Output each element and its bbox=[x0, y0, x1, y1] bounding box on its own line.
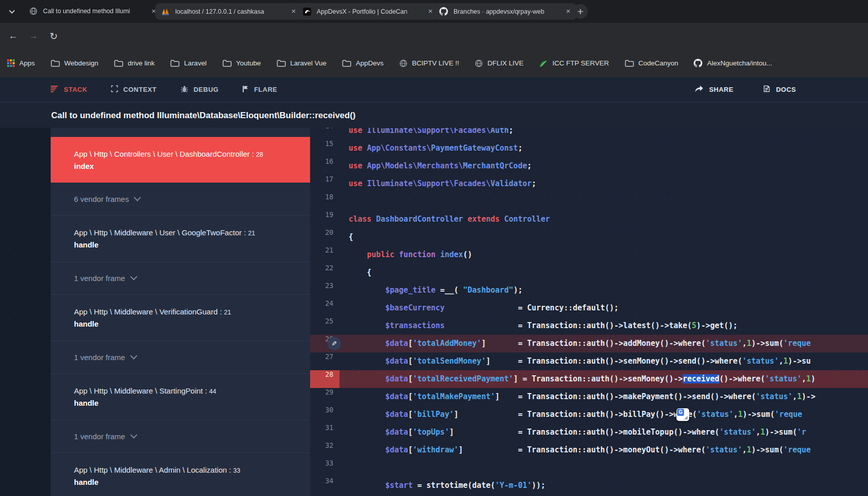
stack-frame[interactable]: App \ Http \ Controllers \ User \ Dashbo… bbox=[51, 137, 310, 183]
flag-icon bbox=[242, 85, 249, 94]
github-icon bbox=[439, 7, 448, 16]
ignition-error-page: STACKCONTEXTDEBUGFLARE SHAREDOCS Call to… bbox=[0, 77, 868, 496]
tab-title: Branches · appdevsx/qrpay-web bbox=[454, 8, 561, 15]
frame-location: App \ Http \ Controllers \ User \ Dashbo… bbox=[74, 149, 310, 160]
vendor-frames-toggle[interactable]: 1 vendor frame bbox=[51, 341, 310, 373]
translate-g-glyph: G bbox=[677, 409, 684, 416]
browser-tab[interactable]: AppDevsX - Portfolio | CodeCan× bbox=[296, 3, 439, 20]
line-number: 25 bbox=[310, 317, 339, 335]
code-editor-pane: 14use Illuminate\Support\Facades\Auth;15… bbox=[310, 128, 868, 496]
reload-button[interactable]: ↻ bbox=[45, 27, 63, 45]
browser-tab[interactable]: Call to undefined method Illumi× bbox=[23, 0, 163, 22]
docs-button[interactable]: DOCS bbox=[763, 85, 796, 94]
folder-icon bbox=[222, 59, 232, 67]
code-text: $data['topUps'] = Transaction::auth()->m… bbox=[339, 423, 806, 441]
error-page-content: App \ Http \ Controllers \ User \ Dashbo… bbox=[0, 128, 868, 496]
new-tab-button[interactable]: + bbox=[573, 4, 588, 19]
codecanyon-bird-icon bbox=[303, 7, 311, 16]
bookmark-laravel-vue[interactable]: Laravel Vue bbox=[277, 59, 327, 67]
frame-location: App \ Http \ Middleware \ User \ GoogleT… bbox=[74, 227, 310, 239]
bookmark-label: Apps bbox=[19, 59, 35, 67]
globe-icon bbox=[29, 7, 37, 16]
code-line: 22 { bbox=[310, 264, 868, 281]
bookmark-label: Laravel Vue bbox=[290, 59, 327, 67]
bookmark-alexnguetcha-intou-[interactable]: AlexNguetcha/intou... bbox=[694, 59, 772, 67]
bookmark-apps[interactable]: Apps bbox=[7, 59, 35, 67]
edit-pencil-icon[interactable]: ✎ bbox=[327, 337, 341, 350]
line-number: 19 bbox=[310, 210, 339, 228]
bookmark-youtube[interactable]: Youtube bbox=[222, 59, 261, 67]
vendor-frames-label: 1 vendor frame bbox=[74, 353, 125, 362]
frame-method: handle bbox=[74, 399, 310, 407]
bookmark-appdevs[interactable]: AppDevs bbox=[342, 59, 384, 67]
stack-frame[interactable]: App \ Http \ Middleware \ StartingPoint … bbox=[51, 373, 310, 420]
bookmark-codecanyon[interactable]: CodeCanyon bbox=[625, 59, 678, 67]
code-text: $baseCurrency = Currency::default(); bbox=[339, 299, 619, 317]
code-text: class DashboardController extends Contro… bbox=[339, 210, 550, 228]
left-gutter bbox=[0, 128, 51, 496]
share-button[interactable]: SHARE bbox=[694, 85, 733, 94]
vendor-frames-toggle[interactable]: 1 vendor frame bbox=[51, 262, 310, 294]
frame-line-number: 33 bbox=[233, 467, 240, 474]
code-text: $data['totalReceivedPayment'] = Transact… bbox=[339, 370, 815, 388]
vendor-frames-toggle[interactable]: 1 vendor frame bbox=[51, 420, 310, 452]
google-translate-icon[interactable]: G bbox=[676, 408, 689, 421]
frame-line-number: 44 bbox=[209, 388, 216, 395]
code-text: $data['totalMakePayment'] = Transaction:… bbox=[339, 388, 815, 406]
bookmark-drive-link[interactable]: drive link bbox=[114, 59, 155, 67]
back-button[interactable]: ← bbox=[4, 27, 22, 45]
stack-frame[interactable]: App \ Http \ Middleware \ Admin \ Locali… bbox=[51, 452, 310, 496]
forward-button[interactable]: → bbox=[24, 27, 43, 45]
browser-tab[interactable]: localhost / 127.0.0.1 / cashkasa× bbox=[155, 3, 303, 20]
tab-flare[interactable]: FLARE bbox=[242, 85, 277, 94]
line-number: 21 bbox=[310, 246, 339, 264]
context-brackets-icon bbox=[111, 85, 118, 94]
globe-icon bbox=[399, 59, 407, 67]
frame-method: handle bbox=[74, 478, 310, 486]
bookmark-laravel[interactable]: Laravel bbox=[170, 59, 206, 67]
code-text: { bbox=[339, 228, 353, 246]
code-line: 27 $data['totalSendMoney'] = Transaction… bbox=[310, 352, 868, 370]
code-line: 16use App\Models\Merchants\MerchantQrCod… bbox=[310, 157, 868, 175]
line-number: 33 bbox=[310, 459, 339, 477]
bookmark-label: CodeCanyon bbox=[638, 59, 678, 67]
line-number: 15 bbox=[310, 139, 339, 157]
frame-line-number: 21 bbox=[248, 230, 255, 237]
bookmark-bciptv-live-[interactable]: BCIPTV LIVE !! bbox=[399, 59, 459, 67]
code-text bbox=[339, 459, 349, 477]
stack-frame[interactable]: App \ Http \ Middleware \ VerificationGu… bbox=[51, 294, 310, 341]
folder-icon bbox=[51, 59, 60, 67]
folder-icon bbox=[277, 59, 286, 67]
code-line: 19class DashboardController extends Cont… bbox=[310, 210, 868, 228]
stack-frame[interactable]: App \ Http \ Middleware \ User \ GoogleT… bbox=[51, 215, 310, 262]
github-icon bbox=[694, 59, 702, 67]
code-line: 32 $data['withdraw'] = Transaction::auth… bbox=[310, 441, 868, 459]
action-label: SHARE bbox=[709, 86, 733, 93]
frame-method: handle bbox=[74, 240, 310, 249]
action-label: DOCS bbox=[776, 86, 796, 93]
line-number: 20 bbox=[310, 228, 339, 246]
code-line: 25 $transactions = Transaction::auth()->… bbox=[310, 317, 868, 335]
folder-icon bbox=[342, 59, 351, 67]
tab-search-chevron-icon[interactable] bbox=[5, 7, 18, 16]
tab-debug[interactable]: DEBUG bbox=[180, 85, 218, 94]
nav-tab-label: FLARE bbox=[254, 86, 277, 93]
bookmark-label: AppDevs bbox=[356, 59, 384, 67]
tab-stack[interactable]: STACK bbox=[51, 85, 87, 94]
chevron-down-icon bbox=[130, 352, 137, 360]
browser-window: Call to undefined method Illumi×localhos… bbox=[0, 0, 868, 496]
line-number: 24 bbox=[310, 299, 339, 317]
code-line: 21 public function index() bbox=[310, 246, 868, 264]
bookmark-webdesign[interactable]: Webdesign bbox=[51, 59, 98, 67]
browser-tab[interactable]: Branches · appdevsx/qrpay-web× bbox=[433, 3, 577, 20]
bookmark-icc-ftp-server[interactable]: ICC FTP SERVER bbox=[539, 59, 609, 67]
tab-context[interactable]: CONTEXT bbox=[111, 85, 157, 94]
bookmark-dflix-live[interactable]: DFLIX LIVE bbox=[475, 59, 523, 67]
code-text: use Illuminate\Support\Facades\Auth; bbox=[339, 128, 513, 139]
vendor-frames-toggle[interactable]: 6 vendor frames bbox=[51, 183, 310, 215]
code-line: 29 $data['totalMakePayment'] = Transacti… bbox=[310, 388, 868, 406]
chevron-down-icon bbox=[130, 273, 137, 280]
stack-lines-icon bbox=[51, 86, 59, 94]
bug-icon bbox=[180, 85, 188, 94]
tab-close-icon[interactable]: × bbox=[563, 7, 573, 16]
